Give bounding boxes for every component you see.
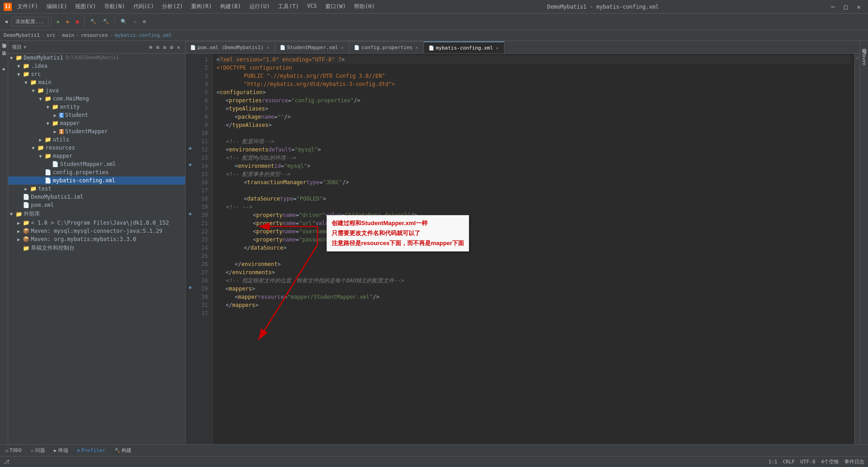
menu-edit[interactable]: 编辑(E) [43, 2, 71, 11]
left-panel-structure[interactable]: 结构 [0, 41, 8, 48]
build-button[interactable]: 🔨 [87, 17, 99, 26]
tree-item-demomybatis1[interactable]: ▼ 📁 DemoMybatis1 D:\代码\DemoMybatis1 [8, 54, 185, 62]
menu-file[interactable]: 文件(F) [14, 2, 42, 11]
tree-item-student[interactable]: ▶ C Student [8, 111, 185, 119]
tab-pom-close[interactable]: ✕ [266, 45, 270, 50]
search-button[interactable]: 🔍 [118, 17, 130, 26]
rebuild-button[interactable]: 🔨 [100, 17, 112, 26]
code-line-31: </mappers> [217, 301, 851, 309]
settings-button[interactable]: ⚙ [140, 17, 149, 26]
tree-item-iml[interactable]: 📄 DemoMybatis1.iml [8, 193, 185, 201]
tree-item-studentmapper-interface[interactable]: ▶ I StudentMapper [8, 127, 185, 136]
far-left-panel: 结构 收藏夹 书签 ★ [0, 41, 8, 444]
menu-help[interactable]: 帮助(H) [350, 2, 378, 11]
tree-item-test[interactable]: ▶ 📁 test [8, 185, 185, 193]
tree-item-mapper-java[interactable]: ▼ 📁 mapper [8, 119, 185, 127]
sidebar-expand-button[interactable]: ≡ [155, 43, 161, 51]
tab-config[interactable]: 📄 config.properties ✕ [349, 41, 424, 53]
tree-item-mapper-resources[interactable]: ▼ 📁 mapper [8, 152, 185, 160]
bookmark-button[interactable]: ☆ [131, 17, 139, 26]
tree-item-scratch[interactable]: 📁 草稿文件和控制台 [8, 243, 185, 253]
tree-item-maven-mysql[interactable]: ▶ 📦 Maven: mysql:mysql-connector-java:5.… [8, 227, 185, 235]
bottom-tab-issues[interactable]: ⚠ 问题 [27, 446, 49, 455]
menu-refactor[interactable]: 重构(R) [187, 2, 216, 11]
status-git[interactable]: ⎇ [4, 459, 10, 465]
close-button[interactable]: ✕ [853, 2, 864, 11]
menu-view[interactable]: 视图(V) [71, 2, 100, 11]
status-indentation[interactable]: 4个空格 [821, 458, 839, 465]
menu-vcs[interactable]: VCS [303, 2, 321, 11]
menu-build[interactable]: 构建(B) [217, 2, 245, 11]
tab-pom[interactable]: 📄 pom.xml (DemoMybatis1) ✕ [186, 41, 275, 53]
breadcrumb-item-main[interactable]: main [62, 32, 75, 38]
tab-mybatis-close[interactable]: ✕ [495, 45, 500, 51]
folder-icon: 📁 [52, 104, 59, 110]
left-panel-favorites[interactable]: 收藏夹 [0, 48, 8, 55]
line-num-22: 22 [195, 227, 210, 236]
sidebar-collapse-button[interactable]: ≡ [161, 43, 167, 51]
tree-item-config-properties[interactable]: 📄 config.properties [8, 168, 185, 176]
tree-item-java[interactable]: ▼ 📁 java [8, 86, 185, 95]
sidebar-title-arrow[interactable]: ▼ [24, 45, 26, 50]
line-num-2: 2 [195, 64, 210, 72]
tree-item-external-libs[interactable]: ▼ 📁 外部库 [8, 209, 185, 219]
tab-studentmapper[interactable]: 📄 StudentMapper.xml ✕ [275, 41, 350, 53]
tab-mybatis-confing[interactable]: 📄 mybatis-confing.xml ✕ [424, 41, 505, 53]
back-button[interactable]: ◀ [2, 17, 10, 26]
sidebar-close-button[interactable]: ✕ [176, 43, 182, 51]
gutter-icon-6 [186, 95, 195, 103]
right-panel-maven[interactable]: Maven [861, 48, 868, 69]
code-line-11: <!-- 配置环境--> [217, 137, 851, 146]
tree-item-entity[interactable]: ▼ 📁 entity [8, 103, 185, 111]
add-config-button[interactable]: 添加配置... [11, 17, 49, 26]
menu-run[interactable]: 运行(U) [246, 2, 274, 11]
window-controls: ─ □ ✕ [828, 2, 864, 11]
tree-item-pom[interactable]: 📄 pom.xml [8, 201, 185, 209]
scrollbar-right[interactable]: ✓ [854, 54, 860, 444]
bottom-tab-profiler[interactable]: ⊕ Profiler [74, 447, 109, 454]
code-line-18: <dataSource type="POOLED"> [217, 195, 851, 203]
tree-item-maven-mybatis[interactable]: ▶ 📦 Maven: org.mybatis:mybatis:3.3.0 [8, 235, 185, 243]
minimize-button[interactable]: ─ [828, 2, 838, 11]
breadcrumb-item-src[interactable]: src [46, 32, 56, 38]
tree-item-resources[interactable]: ▼ 📁 resources [8, 144, 185, 152]
menu-analyze[interactable]: 分析(Z) [158, 2, 187, 11]
menu-tools[interactable]: 工具(T) [274, 2, 303, 11]
breadcrumb-item-project[interactable]: DemoMybatis1 [4, 32, 40, 38]
maven-icon: 📦 [23, 236, 30, 242]
tree-item-utils[interactable]: ▶ 📁 utils [8, 136, 185, 144]
bottom-tab-terminal[interactable]: ▶ 终端 [50, 446, 72, 455]
status-position[interactable]: 1:1 [768, 459, 777, 465]
status-encoding[interactable]: UTF-8 [800, 459, 815, 465]
stop-button[interactable]: ■ [73, 17, 82, 26]
tab-studentmapper-close[interactable]: ✕ [340, 45, 344, 50]
tree-item-main[interactable]: ▼ 📁 main [8, 78, 185, 86]
right-panel-structure[interactable]: 结构 [860, 41, 868, 48]
tree-item-mybatis-confing-xml[interactable]: 📄 mybatis-confing.xml [8, 176, 185, 185]
left-panel-star[interactable]: ★ [1, 63, 6, 77]
left-panel-bookmarks[interactable]: 书签 [0, 55, 8, 63]
menu-window[interactable]: 窗口(W) [322, 2, 350, 11]
tree-label: < 1.8 > C:\Program Files\Java\jdk1.8.0_1… [31, 220, 169, 226]
editor-code[interactable]: <?xml version="1.0" encoding="UTF-8" ?> … [213, 54, 854, 444]
menu-code[interactable]: 代码(C) [130, 2, 158, 11]
sidebar-settings-button[interactable]: ⚙ [169, 43, 175, 51]
breadcrumb-item-resources[interactable]: resources [81, 32, 108, 38]
debug-button[interactable]: ▶ [64, 17, 72, 26]
tree-item-src[interactable]: ▼ 📁 src [8, 70, 185, 78]
tab-pom-label: pom.xml (DemoMybatis1) [197, 45, 264, 50]
tab-config-close[interactable]: ✕ [414, 45, 419, 50]
maximize-button[interactable]: □ [840, 2, 851, 11]
tree-item-com-haimeng[interactable]: ▼ 📁 com.HaiMeng [8, 95, 185, 103]
status-event-log[interactable]: 事件日志 [844, 458, 864, 465]
sidebar-sync-button[interactable]: ⊕ [148, 43, 154, 51]
menu-nav[interactable]: 导航(N) [101, 2, 129, 11]
tree-item-studentmapper-xml[interactable]: 📄 StudentMapper.xml [8, 160, 185, 168]
bottom-tab-todo[interactable]: ☑ TODO [2, 447, 25, 454]
status-crlf[interactable]: CRLF [783, 459, 795, 465]
tree-item-idea[interactable]: ▼ 📁 .idea [8, 62, 185, 70]
run-button[interactable]: ▶ [55, 17, 63, 26]
tree-item-jdk[interactable]: ▶ 📁 < 1.8 > C:\Program Files\Java\jdk1.8… [8, 219, 185, 227]
bottom-tab-build[interactable]: 🔨 构建 [111, 446, 135, 455]
breadcrumb-item-file[interactable]: mybatis-confing.xml [115, 32, 172, 38]
